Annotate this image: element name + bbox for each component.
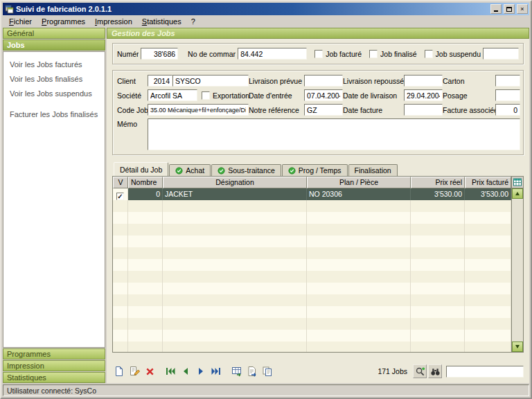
job-facture-checkbox[interactable] [314, 50, 323, 58]
sidebar-section-statistiques[interactable]: Statistiques [3, 372, 105, 383]
copy-pages-button[interactable] [260, 364, 274, 378]
sidebar-section-programmes[interactable]: Programmes [3, 348, 105, 360]
grid-export-icon [231, 366, 242, 377]
col-header-plan-piece[interactable]: Plan / Pièce [307, 177, 411, 188]
date-facture-field[interactable] [404, 104, 443, 116]
memo-field[interactable] [148, 118, 520, 150]
nav-next-button[interactable] [194, 364, 208, 378]
scroll-track[interactable] [512, 199, 523, 342]
delete-job-button[interactable] [143, 364, 157, 378]
page-transfer-button[interactable] [245, 364, 259, 378]
job-details-group: Client Livraison prévue Livraison repous… [112, 70, 524, 155]
search-input[interactable] [446, 366, 524, 378]
scroll-up-button[interactable] [512, 188, 523, 199]
search-button[interactable] [413, 364, 427, 378]
menu-impression[interactable]: Impression [90, 16, 137, 27]
livraison-repoussee-field[interactable] [404, 75, 443, 87]
sidebar-section-jobs[interactable]: Jobs [3, 39, 105, 51]
table-row[interactable]: 0 JACKET NO 20306 3'530.00 3'530.00 [113, 188, 511, 200]
stacked-pages-icon [262, 366, 273, 377]
export-table-button[interactable] [230, 364, 244, 378]
sidebar-item-facturer-jobs[interactable]: Facturer les Jobs finalisés [3, 107, 105, 122]
cell-prix-facture: 3'530.00 [465, 188, 511, 200]
notre-reference-label: Notre référence [249, 106, 304, 114]
tab-prog-temps-label: Prog / Temps [299, 166, 342, 175]
page-title: Gestion des Jobs [107, 28, 529, 39]
row-checkbox[interactable] [116, 193, 124, 200]
col-header-prix-reel[interactable]: Prix réel [411, 177, 465, 188]
nav-first-button[interactable] [163, 364, 177, 378]
menu-programmes[interactable]: Programmes [37, 16, 90, 27]
col-header-designation[interactable]: Désignation [163, 177, 307, 188]
scroll-down-button[interactable] [512, 342, 523, 352]
sidebar-item-jobs-factures[interactable]: Voir les Jobs facturés [3, 57, 105, 72]
table-main: V Nombre Désignation Plan / Pièce Prix r… [113, 177, 511, 352]
identification-extra-field[interactable] [483, 48, 519, 60]
client-label: Client [117, 77, 148, 85]
green-check-icon [218, 167, 225, 175]
date-entree-field[interactable] [304, 89, 343, 101]
exportation-label: Exportation [213, 91, 252, 100]
facture-associee-field[interactable] [495, 104, 520, 116]
date-livraison-field[interactable] [404, 89, 443, 101]
sidebar: Général Jobs Voir les Jobs facturés Voir… [3, 28, 105, 383]
connected-user-label: Utilisateur connecté: SysCo [7, 387, 96, 395]
scroll-up-icon [515, 192, 520, 195]
job-finalise-checkbox[interactable] [369, 50, 378, 58]
sidebar-section-impression[interactable]: Impression [3, 360, 105, 371]
tab-detail-du-job[interactable]: Détail du Job [114, 162, 168, 176]
job-finalise-label: Job finalisé [380, 50, 417, 58]
tab-achat[interactable]: Achat [169, 164, 211, 176]
exportation-checkbox[interactable] [202, 91, 210, 100]
menubar: Fichier Programmes Impression Statistiqu… [3, 15, 529, 28]
menu-help[interactable]: ? [186, 16, 200, 27]
numero-field[interactable] [141, 48, 178, 60]
table-body: 0 JACKET NO 20306 3'530.00 3'530.00 [113, 188, 511, 352]
menu-fichier[interactable]: Fichier [4, 16, 37, 27]
tab-finalisation[interactable]: Finalisation [348, 164, 398, 176]
titlebar[interactable]: Suivi de fabrication 2.0.1.1 × [3, 3, 529, 15]
nav-prev-button[interactable] [179, 364, 193, 378]
sidebar-item-jobs-suspendus[interactable]: Voir les Jobs suspendus [3, 87, 105, 101]
edit-job-button[interactable] [127, 364, 141, 378]
client-name-field[interactable] [172, 75, 249, 87]
find-button[interactable] [428, 364, 442, 378]
tab-prog-temps[interactable]: Prog / Temps [282, 164, 348, 176]
col-header-prix-facture[interactable]: Prix facturé [465, 177, 511, 188]
table-row-empty [113, 306, 511, 318]
sidebar-section-general[interactable]: Général [3, 28, 105, 39]
notre-reference-field[interactable] [304, 104, 343, 116]
posage-field[interactable] [495, 89, 520, 101]
edit-pencil-icon [129, 366, 140, 377]
nav-last-button[interactable] [209, 364, 223, 378]
content-area: Général Jobs Voir les Jobs facturés Voir… [3, 28, 529, 383]
tab-sous-traitance[interactable]: Sous-traitance [211, 164, 281, 176]
scroll-down-icon [515, 345, 520, 348]
societe-label: Société [117, 91, 148, 100]
new-job-button[interactable] [112, 364, 126, 378]
code-job-field[interactable] [148, 104, 249, 116]
livraison-prevue-label: Livraison prévue [249, 77, 304, 85]
maximize-icon [506, 7, 512, 12]
minimize-button[interactable] [490, 4, 502, 14]
client-code-field[interactable] [148, 75, 172, 87]
sidebar-item-jobs-finalises[interactable]: Voir les Jobs finalisés [3, 72, 105, 87]
table-row-empty [113, 247, 511, 259]
col-header-nombre[interactable]: Nombre [128, 177, 163, 188]
code-job-label: Code Job [117, 106, 148, 114]
col-header-v[interactable]: V [113, 177, 128, 188]
carton-field[interactable] [495, 75, 520, 87]
maximize-button[interactable] [504, 4, 515, 14]
menu-statistiques[interactable]: Statistiques [137, 16, 186, 27]
commande-field[interactable] [238, 48, 307, 60]
livraison-prevue-field[interactable] [304, 75, 343, 87]
column-settings-button[interactable] [512, 177, 523, 188]
tab-finalisation-label: Finalisation [355, 166, 391, 175]
job-suspendu-checkbox-wrap: Job suspendu [425, 50, 481, 58]
job-suspendu-checkbox[interactable] [425, 50, 433, 58]
close-button[interactable]: × [517, 4, 528, 14]
societe-field[interactable] [148, 89, 197, 101]
table-scrollbar[interactable] [511, 177, 523, 352]
cell-validated [113, 188, 128, 200]
table-row-empty [113, 224, 511, 236]
